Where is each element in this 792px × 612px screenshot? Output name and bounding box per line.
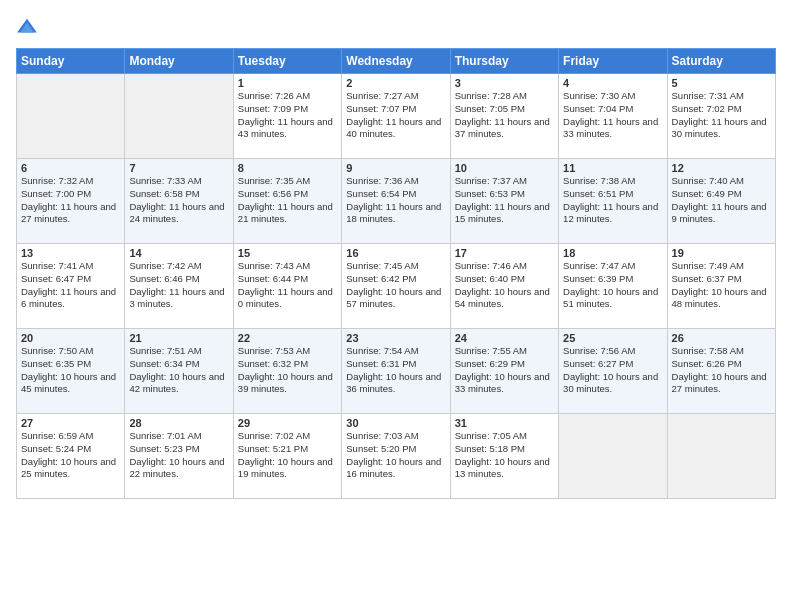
sunset-text: Sunset: 6:54 PM xyxy=(346,188,416,199)
day-number: 31 xyxy=(455,417,554,429)
day-info: Sunrise: 7:47 AM Sunset: 6:39 PM Dayligh… xyxy=(563,260,662,311)
calendar-week: 20 Sunrise: 7:50 AM Sunset: 6:35 PM Dayl… xyxy=(17,329,776,414)
calendar-day xyxy=(125,74,233,159)
calendar-table: SundayMondayTuesdayWednesdayThursdayFrid… xyxy=(16,48,776,499)
sunrise-text: Sunrise: 7:31 AM xyxy=(672,90,744,101)
logo xyxy=(16,16,42,38)
day-info: Sunrise: 7:43 AM Sunset: 6:44 PM Dayligh… xyxy=(238,260,337,311)
sunset-text: Sunset: 6:51 PM xyxy=(563,188,633,199)
sunset-text: Sunset: 6:34 PM xyxy=(129,358,199,369)
calendar-week: 1 Sunrise: 7:26 AM Sunset: 7:09 PM Dayli… xyxy=(17,74,776,159)
calendar-week: 6 Sunrise: 7:32 AM Sunset: 7:00 PM Dayli… xyxy=(17,159,776,244)
sunrise-text: Sunrise: 7:50 AM xyxy=(21,345,93,356)
daylight-text: Daylight: 11 hours and 12 minutes. xyxy=(563,201,658,225)
calendar-day: 2 Sunrise: 7:27 AM Sunset: 7:07 PM Dayli… xyxy=(342,74,450,159)
day-number: 15 xyxy=(238,247,337,259)
sunrise-text: Sunrise: 7:28 AM xyxy=(455,90,527,101)
day-info: Sunrise: 7:45 AM Sunset: 6:42 PM Dayligh… xyxy=(346,260,445,311)
calendar-day: 12 Sunrise: 7:40 AM Sunset: 6:49 PM Dayl… xyxy=(667,159,775,244)
day-info: Sunrise: 7:50 AM Sunset: 6:35 PM Dayligh… xyxy=(21,345,120,396)
daylight-text: Daylight: 11 hours and 0 minutes. xyxy=(238,286,333,310)
weekday-header: Saturday xyxy=(667,49,775,74)
sunrise-text: Sunrise: 7:02 AM xyxy=(238,430,310,441)
daylight-text: Daylight: 10 hours and 48 minutes. xyxy=(672,286,767,310)
day-number: 16 xyxy=(346,247,445,259)
day-info: Sunrise: 7:28 AM Sunset: 7:05 PM Dayligh… xyxy=(455,90,554,141)
sunrise-text: Sunrise: 6:59 AM xyxy=(21,430,93,441)
sunrise-text: Sunrise: 7:47 AM xyxy=(563,260,635,271)
calendar-day: 14 Sunrise: 7:42 AM Sunset: 6:46 PM Dayl… xyxy=(125,244,233,329)
day-info: Sunrise: 7:30 AM Sunset: 7:04 PM Dayligh… xyxy=(563,90,662,141)
sunrise-text: Sunrise: 7:51 AM xyxy=(129,345,201,356)
calendar-day: 27 Sunrise: 6:59 AM Sunset: 5:24 PM Dayl… xyxy=(17,414,125,499)
day-info: Sunrise: 7:26 AM Sunset: 7:09 PM Dayligh… xyxy=(238,90,337,141)
day-info: Sunrise: 7:33 AM Sunset: 6:58 PM Dayligh… xyxy=(129,175,228,226)
day-info: Sunrise: 7:58 AM Sunset: 6:26 PM Dayligh… xyxy=(672,345,771,396)
daylight-text: Daylight: 11 hours and 33 minutes. xyxy=(563,116,658,140)
day-info: Sunrise: 7:05 AM Sunset: 5:18 PM Dayligh… xyxy=(455,430,554,481)
sunrise-text: Sunrise: 7:03 AM xyxy=(346,430,418,441)
day-info: Sunrise: 7:51 AM Sunset: 6:34 PM Dayligh… xyxy=(129,345,228,396)
sunset-text: Sunset: 6:37 PM xyxy=(672,273,742,284)
day-number: 13 xyxy=(21,247,120,259)
calendar-day: 6 Sunrise: 7:32 AM Sunset: 7:00 PM Dayli… xyxy=(17,159,125,244)
header xyxy=(16,16,776,38)
daylight-text: Daylight: 10 hours and 19 minutes. xyxy=(238,456,333,480)
calendar-day: 30 Sunrise: 7:03 AM Sunset: 5:20 PM Dayl… xyxy=(342,414,450,499)
daylight-text: Daylight: 10 hours and 30 minutes. xyxy=(563,371,658,395)
sunrise-text: Sunrise: 7:01 AM xyxy=(129,430,201,441)
day-info: Sunrise: 7:40 AM Sunset: 6:49 PM Dayligh… xyxy=(672,175,771,226)
sunset-text: Sunset: 6:58 PM xyxy=(129,188,199,199)
calendar-day: 3 Sunrise: 7:28 AM Sunset: 7:05 PM Dayli… xyxy=(450,74,558,159)
sunset-text: Sunset: 5:20 PM xyxy=(346,443,416,454)
sunset-text: Sunset: 5:23 PM xyxy=(129,443,199,454)
sunset-text: Sunset: 5:24 PM xyxy=(21,443,91,454)
day-number: 20 xyxy=(21,332,120,344)
day-number: 3 xyxy=(455,77,554,89)
day-number: 9 xyxy=(346,162,445,174)
sunset-text: Sunset: 6:39 PM xyxy=(563,273,633,284)
daylight-text: Daylight: 11 hours and 43 minutes. xyxy=(238,116,333,140)
sunset-text: Sunset: 6:42 PM xyxy=(346,273,416,284)
calendar-day: 1 Sunrise: 7:26 AM Sunset: 7:09 PM Dayli… xyxy=(233,74,341,159)
daylight-text: Daylight: 11 hours and 30 minutes. xyxy=(672,116,767,140)
day-number: 28 xyxy=(129,417,228,429)
sunrise-text: Sunrise: 7:38 AM xyxy=(563,175,635,186)
daylight-text: Daylight: 10 hours and 57 minutes. xyxy=(346,286,441,310)
calendar-day: 13 Sunrise: 7:41 AM Sunset: 6:47 PM Dayl… xyxy=(17,244,125,329)
day-number: 4 xyxy=(563,77,662,89)
day-info: Sunrise: 7:56 AM Sunset: 6:27 PM Dayligh… xyxy=(563,345,662,396)
calendar-day: 7 Sunrise: 7:33 AM Sunset: 6:58 PM Dayli… xyxy=(125,159,233,244)
daylight-text: Daylight: 11 hours and 40 minutes. xyxy=(346,116,441,140)
daylight-text: Daylight: 11 hours and 27 minutes. xyxy=(21,201,116,225)
sunset-text: Sunset: 6:44 PM xyxy=(238,273,308,284)
weekday-header: Tuesday xyxy=(233,49,341,74)
weekday-header: Sunday xyxy=(17,49,125,74)
daylight-text: Daylight: 11 hours and 37 minutes. xyxy=(455,116,550,140)
daylight-text: Daylight: 11 hours and 18 minutes. xyxy=(346,201,441,225)
calendar-day: 26 Sunrise: 7:58 AM Sunset: 6:26 PM Dayl… xyxy=(667,329,775,414)
day-info: Sunrise: 7:03 AM Sunset: 5:20 PM Dayligh… xyxy=(346,430,445,481)
daylight-text: Daylight: 10 hours and 22 minutes. xyxy=(129,456,224,480)
daylight-text: Daylight: 10 hours and 45 minutes. xyxy=(21,371,116,395)
day-number: 22 xyxy=(238,332,337,344)
day-info: Sunrise: 7:32 AM Sunset: 7:00 PM Dayligh… xyxy=(21,175,120,226)
sunrise-text: Sunrise: 7:53 AM xyxy=(238,345,310,356)
sunset-text: Sunset: 6:56 PM xyxy=(238,188,308,199)
sunrise-text: Sunrise: 7:49 AM xyxy=(672,260,744,271)
sunset-text: Sunset: 7:05 PM xyxy=(455,103,525,114)
day-number: 8 xyxy=(238,162,337,174)
sunset-text: Sunset: 5:21 PM xyxy=(238,443,308,454)
daylight-text: Daylight: 10 hours and 36 minutes. xyxy=(346,371,441,395)
day-number: 21 xyxy=(129,332,228,344)
sunrise-text: Sunrise: 7:36 AM xyxy=(346,175,418,186)
day-number: 5 xyxy=(672,77,771,89)
calendar-day: 25 Sunrise: 7:56 AM Sunset: 6:27 PM Dayl… xyxy=(559,329,667,414)
calendar-day: 29 Sunrise: 7:02 AM Sunset: 5:21 PM Dayl… xyxy=(233,414,341,499)
day-number: 10 xyxy=(455,162,554,174)
daylight-text: Daylight: 10 hours and 39 minutes. xyxy=(238,371,333,395)
day-info: Sunrise: 7:53 AM Sunset: 6:32 PM Dayligh… xyxy=(238,345,337,396)
daylight-text: Daylight: 11 hours and 15 minutes. xyxy=(455,201,550,225)
daylight-text: Daylight: 10 hours and 42 minutes. xyxy=(129,371,224,395)
calendar-day: 21 Sunrise: 7:51 AM Sunset: 6:34 PM Dayl… xyxy=(125,329,233,414)
